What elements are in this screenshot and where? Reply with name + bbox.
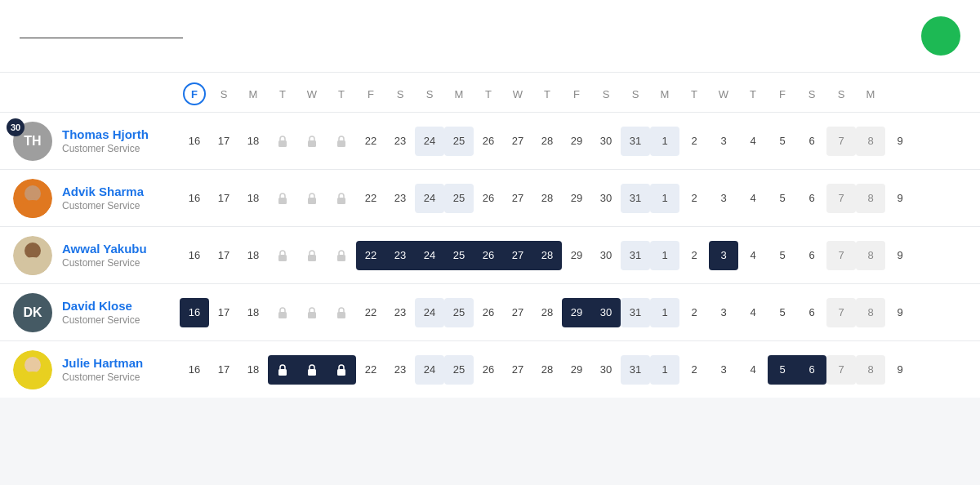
- day-cell[interactable]: [297, 127, 327, 156]
- day-cell[interactable]: 23: [385, 298, 415, 327]
- day-cell[interactable]: 18: [238, 298, 268, 327]
- day-cell[interactable]: 28: [532, 184, 562, 213]
- day-cell[interactable]: 16: [180, 127, 209, 156]
- dept-selector[interactable]: [20, 34, 183, 38]
- day-cell[interactable]: 30: [591, 355, 621, 385]
- day-cell[interactable]: 17: [209, 184, 238, 213]
- day-cell[interactable]: 29: [562, 184, 591, 213]
- day-cell[interactable]: 28: [532, 241, 562, 270]
- day-cell[interactable]: [327, 355, 356, 385]
- day-cell[interactable]: 28: [532, 355, 562, 385]
- day-cell[interactable]: 1: [650, 241, 679, 270]
- employee-name[interactable]: Awwal Yakubu: [62, 242, 147, 256]
- day-cell[interactable]: [297, 184, 327, 213]
- day-cell[interactable]: 5: [768, 355, 797, 385]
- day-cell[interactable]: 22: [356, 241, 385, 270]
- day-cell[interactable]: 5: [768, 241, 797, 270]
- day-cell[interactable]: 30: [591, 184, 621, 213]
- day-cell[interactable]: 23: [385, 355, 415, 385]
- day-cell[interactable]: 1: [650, 355, 679, 385]
- day-cell[interactable]: 9: [885, 127, 915, 156]
- day-cell[interactable]: [268, 241, 297, 270]
- day-cell[interactable]: 7: [826, 127, 856, 156]
- day-cell[interactable]: 31: [621, 298, 650, 327]
- day-cell[interactable]: 16: [180, 298, 209, 327]
- day-cell[interactable]: 3: [709, 184, 738, 213]
- day-cell[interactable]: 28: [532, 298, 562, 327]
- day-cell[interactable]: 24: [415, 298, 444, 327]
- day-cell[interactable]: 27: [503, 184, 532, 213]
- day-cell[interactable]: 7: [826, 298, 856, 327]
- day-cell[interactable]: 18: [238, 241, 268, 270]
- day-cell[interactable]: 6: [797, 184, 826, 213]
- day-cell[interactable]: 18: [238, 355, 268, 385]
- day-cell[interactable]: [327, 241, 356, 270]
- day-cell[interactable]: 22: [356, 184, 385, 213]
- day-cell[interactable]: 23: [385, 241, 415, 270]
- nav-back-button[interactable]: [209, 33, 222, 39]
- day-cell[interactable]: 25: [444, 184, 474, 213]
- day-cell[interactable]: 4: [738, 355, 768, 385]
- day-cell[interactable]: 2: [679, 184, 709, 213]
- employee-name[interactable]: Thomas Hjorth: [62, 127, 149, 141]
- day-cell[interactable]: 8: [856, 127, 885, 156]
- day-cell[interactable]: 23: [385, 127, 415, 156]
- day-cell[interactable]: 29: [562, 355, 591, 385]
- day-cell[interactable]: [297, 355, 327, 385]
- day-cell[interactable]: 2: [679, 298, 709, 327]
- day-cell[interactable]: 30: [591, 241, 621, 270]
- day-cell[interactable]: 8: [856, 298, 885, 327]
- day-cell[interactable]: 7: [826, 241, 856, 270]
- day-cell[interactable]: 24: [415, 127, 444, 156]
- day-cell[interactable]: [268, 298, 297, 327]
- day-cell[interactable]: 24: [415, 241, 444, 270]
- day-cell[interactable]: 26: [474, 127, 503, 156]
- day-cell[interactable]: 3: [709, 241, 738, 270]
- day-cell[interactable]: 2: [679, 127, 709, 156]
- day-cell[interactable]: 2: [679, 241, 709, 270]
- day-cell[interactable]: 4: [738, 298, 768, 327]
- day-cell[interactable]: 18: [238, 127, 268, 156]
- nav-forward-button[interactable]: [232, 33, 245, 39]
- day-cell[interactable]: 1: [650, 184, 679, 213]
- day-cell[interactable]: 22: [356, 298, 385, 327]
- day-cell[interactable]: 31: [621, 184, 650, 213]
- day-cell[interactable]: 26: [474, 184, 503, 213]
- day-cell[interactable]: 25: [444, 355, 474, 385]
- day-cell[interactable]: 31: [621, 127, 650, 156]
- day-cell[interactable]: 17: [209, 127, 238, 156]
- day-cell[interactable]: 29: [562, 241, 591, 270]
- day-cell[interactable]: 27: [503, 241, 532, 270]
- day-cell[interactable]: 6: [797, 355, 826, 385]
- day-cell[interactable]: 8: [856, 355, 885, 385]
- day-cell[interactable]: 25: [444, 241, 474, 270]
- day-cell[interactable]: 16: [180, 355, 209, 385]
- day-cell[interactable]: 16: [180, 184, 209, 213]
- day-cell[interactable]: 4: [738, 127, 768, 156]
- day-cell[interactable]: 31: [621, 355, 650, 385]
- day-cell[interactable]: 9: [885, 298, 915, 327]
- day-cell[interactable]: 1: [650, 127, 679, 156]
- day-cell[interactable]: 3: [709, 355, 738, 385]
- day-cell[interactable]: 9: [885, 241, 915, 270]
- day-cell[interactable]: [327, 298, 356, 327]
- day-cell[interactable]: [297, 298, 327, 327]
- day-cell[interactable]: 9: [885, 355, 915, 385]
- day-cell[interactable]: 24: [415, 184, 444, 213]
- day-cell[interactable]: 8: [856, 184, 885, 213]
- day-cell[interactable]: 4: [738, 184, 768, 213]
- day-cell[interactable]: 7: [826, 355, 856, 385]
- day-cell[interactable]: 26: [474, 298, 503, 327]
- day-cell[interactable]: 31: [621, 241, 650, 270]
- day-cell[interactable]: 6: [797, 298, 826, 327]
- day-cell[interactable]: 16: [180, 241, 209, 270]
- day-cell[interactable]: 22: [356, 355, 385, 385]
- day-cell[interactable]: 7: [826, 184, 856, 213]
- day-cell[interactable]: 26: [474, 355, 503, 385]
- day-cell[interactable]: 2: [679, 355, 709, 385]
- day-cell[interactable]: [268, 355, 297, 385]
- day-cell[interactable]: 26: [474, 241, 503, 270]
- day-cell[interactable]: 5: [768, 127, 797, 156]
- day-cell[interactable]: 30: [591, 127, 621, 156]
- day-cell[interactable]: 3: [709, 298, 738, 327]
